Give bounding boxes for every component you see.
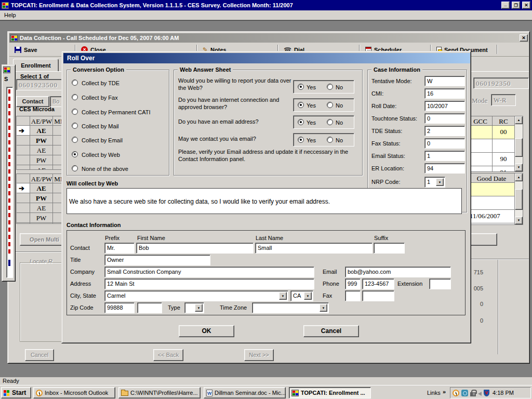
minimize-button[interactable]: _ [501, 2, 510, 9]
fax-status-field[interactable]: 0 [424, 138, 465, 149]
verify-email-note: Please, verify your Email address and up… [178, 148, 354, 163]
web-answer-sheet-group: Web Answer Sheet Would you be willing to… [174, 70, 363, 176]
roll-date-field[interactable]: 10/2007 [424, 101, 465, 111]
task-button-topcati[interactable]: TOPCATI: Enrollment ... [289, 387, 371, 398]
tentative-mode-field[interactable]: W [424, 76, 465, 86]
good-date-grid[interactable]: Good Date 11/06/2007 ▲ ▼ [468, 173, 523, 225]
close-button[interactable]: ✕ [522, 2, 530, 9]
er-location-field[interactable]: 94 [424, 163, 465, 174]
menu-help[interactable]: Help [4, 12, 16, 18]
radio-q3-yes[interactable] [298, 119, 304, 125]
back-button[interactable]: << Back [153, 349, 183, 361]
task-button-word[interactable]: W Dillman Seminar.doc - Mic... [204, 387, 286, 398]
radio-collect-by-mail[interactable] [72, 123, 78, 129]
question-report-over-web: Would you be willing to report your data… [178, 77, 291, 91]
radio-none-of-the-above[interactable] [72, 165, 78, 171]
topcati-icon [291, 390, 299, 396]
contact-button[interactable]: Contact [16, 96, 49, 107]
time-zone-combo[interactable] [252, 302, 329, 313]
phone-area-field[interactable]: 999 [345, 278, 361, 289]
next-button[interactable]: Next >> [244, 349, 274, 361]
cmi-field[interactable]: 16 [424, 88, 465, 99]
chevron-down-icon[interactable] [304, 292, 312, 300]
app-icon [2, 2, 9, 9]
gcc-rc-grid[interactable]: GCC RC 00 90 91 ▲ ▼ [468, 116, 523, 172]
app-titlebar: TOPCATI: Enrollment & Data Collection Sy… [0, 0, 532, 10]
rollover-title: Roll Over [67, 55, 95, 62]
radio-collect-by-tde[interactable] [72, 79, 78, 86]
nrp-code-combo[interactable]: 1 [424, 177, 445, 188]
task-button-explorer[interactable]: C:\WINNT\Profiles\Harre... [118, 387, 201, 398]
chevron-down-icon[interactable] [436, 178, 444, 186]
restore-button[interactable]: ❐ [512, 2, 520, 9]
radio-collect-by-permanent-cati[interactable] [72, 109, 78, 115]
scroll-thumb[interactable] [515, 138, 523, 157]
current-row-arrow: ➔ [17, 126, 30, 135]
state-combo[interactable]: CA [290, 290, 313, 301]
data-collection-close-button[interactable]: ✕ [520, 34, 528, 42]
tray-reminder-icon[interactable] [453, 390, 459, 396]
radio-collect-by-email[interactable] [72, 137, 78, 143]
radio-q2-no[interactable] [327, 102, 333, 108]
cancel-background-button[interactable]: Cancel [25, 349, 54, 361]
first-name-field[interactable]: Bob [136, 243, 254, 254]
tde-status-field[interactable]: 2 [424, 126, 465, 136]
section-divider [9, 251, 69, 252]
radio-q1-no[interactable] [327, 84, 333, 90]
good-date-scrollbar[interactable]: ▲ ▼ [514, 174, 523, 224]
windows-flag-icon [3, 390, 10, 396]
toolbar-separator [497, 45, 498, 54]
email-status-field[interactable]: 1 [424, 151, 465, 161]
scroll-down-arrow[interactable]: ▼ [515, 217, 523, 224]
tray-antivirus-icon[interactable]: V [484, 390, 489, 396]
task-button-outlook[interactable]: Inbox - Microsoft Outlook [33, 387, 115, 398]
gcc-rc-scrollbar[interactable]: ▲ ▼ [514, 116, 523, 171]
background-window-icon [3, 66, 10, 73]
question-internet-connection: Do you have an internet connection and a… [178, 96, 291, 111]
dialog-cancel-button[interactable]: Cancel [303, 325, 359, 337]
chevron-down-icon[interactable] [279, 292, 287, 300]
rollover-titlebar: Roll Over [63, 53, 470, 63]
scroll-thumb[interactable] [515, 189, 523, 210]
extension-field[interactable] [429, 278, 451, 289]
tray-volume-icon[interactable] [478, 392, 482, 396]
save-button[interactable]: Save [12, 45, 39, 55]
last-name-field[interactable]: Small [255, 243, 373, 254]
current-row-arrow: ➔ [17, 183, 30, 193]
radio-q2-yes[interactable] [298, 102, 304, 108]
title-field[interactable]: Owner [104, 255, 210, 265]
scroll-up-arrow[interactable]: ▲ [515, 116, 523, 124]
radio-collect-by-web[interactable] [72, 151, 78, 157]
links-chevron-icon[interactable]: » [443, 389, 446, 395]
zip-code-field[interactable]: 99888 [104, 302, 135, 313]
company-field[interactable]: Small Construction Company [104, 267, 314, 277]
phone-number-field[interactable]: 123-4567 [362, 278, 394, 289]
touchtone-status-field[interactable]: 0 [424, 113, 465, 124]
fax-number-field[interactable] [362, 290, 394, 301]
scroll-down-arrow[interactable]: ▼ [515, 164, 523, 171]
start-button[interactable]: Start [1, 387, 31, 398]
radio-q3-no[interactable] [327, 119, 333, 125]
links-toolbar[interactable]: Links [427, 390, 441, 396]
taskbar: Start Inbox - Microsoft Outlook C:\WINNT… [0, 385, 532, 399]
radio-q4-yes[interactable] [298, 137, 304, 143]
yes-no-group-2: Yes No [293, 98, 354, 112]
ok-button[interactable]: OK [179, 325, 234, 337]
scroll-up-arrow[interactable]: ▲ [515, 174, 523, 181]
data-collection-icon [10, 35, 18, 42]
email-field[interactable]: bob@yahoo.com [345, 267, 451, 277]
type-combo[interactable] [184, 302, 204, 313]
suffix-field[interactable] [374, 243, 405, 254]
address-field[interactable]: 12 Main St [104, 278, 314, 289]
prefix-field[interactable]: Mr. [104, 243, 135, 254]
chevron-down-icon[interactable] [320, 304, 327, 312]
chevron-down-icon[interactable] [195, 304, 203, 312]
radio-q4-no[interactable] [327, 137, 333, 143]
city-combo[interactable]: Carmel [104, 290, 288, 301]
tray-network-icon[interactable] [461, 390, 468, 396]
radio-collect-by-fax[interactable] [72, 94, 78, 100]
fax-area-field[interactable] [345, 290, 361, 301]
zip-ext-field[interactable] [137, 302, 162, 313]
radio-q1-yes[interactable] [298, 84, 304, 90]
tab-enrollment[interactable]: Enrollment [13, 59, 59, 72]
